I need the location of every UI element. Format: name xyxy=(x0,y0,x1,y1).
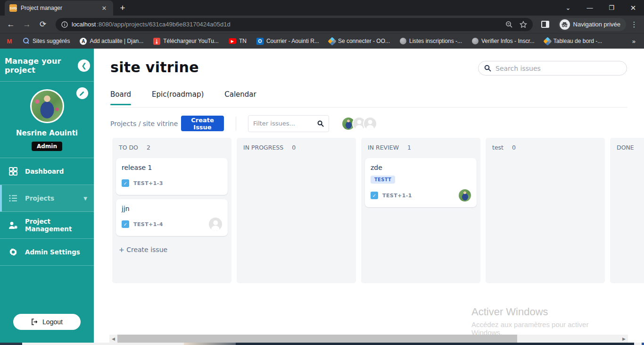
board-column-to-do: TO DO2release 1✓TEST+1-3jjn✓TEST+1-4+ Cr… xyxy=(112,138,231,283)
logout-button[interactable]: Logout xyxy=(13,314,81,330)
url-path: :8080/app/projects/631ca49b6e83170424a05… xyxy=(97,21,230,28)
scroll-right-arrow-icon[interactable]: ▶ xyxy=(620,335,628,343)
forward-button[interactable]: → xyxy=(20,17,34,32)
tab-close-icon[interactable]: ✕ xyxy=(100,4,108,12)
issue-card[interactable]: jjn✓TEST+1-4 xyxy=(116,199,228,236)
zoom-out-icon[interactable] xyxy=(505,21,513,28)
bookmark-item[interactable]: Listes inscriptions -... xyxy=(400,38,462,44)
user-name: Nesrine Aouinti xyxy=(0,129,94,137)
logout-label: Logout xyxy=(42,318,63,326)
search-b-icon xyxy=(23,38,30,44)
main-content: site vitrine Board Epic(roadmap) Calenda… xyxy=(94,49,644,343)
gear-icon xyxy=(8,248,18,256)
dashboard-icon xyxy=(8,167,18,176)
page-title: site vitrine xyxy=(110,59,199,76)
sidebar-item-projects[interactable]: Projects▼ xyxy=(0,185,94,212)
bookmark-item[interactable]: M xyxy=(6,37,13,45)
view-tabs: Board Epic(roadmap) Calendar xyxy=(110,90,256,105)
column-header: IN REVIEW1 xyxy=(361,138,480,157)
filter-issues-input[interactable] xyxy=(253,120,317,127)
bookmark-item[interactable]: Se connecter - OO... xyxy=(329,38,390,44)
bookmark-label: TN xyxy=(239,38,247,44)
new-tab-button[interactable]: + xyxy=(116,1,129,15)
favicon-icon: SVG xyxy=(9,4,17,12)
bookmark-star-icon[interactable] xyxy=(520,21,527,28)
window-restore-button[interactable]: ❐ xyxy=(601,0,622,16)
card-key-row: ✓TEST+1-3 xyxy=(122,177,222,190)
tab-search-chevron-icon[interactable]: ⌄ xyxy=(557,0,579,16)
filter-issues-box[interactable] xyxy=(248,115,329,132)
bookmark-item[interactable]: Tableau de bord -... xyxy=(545,38,602,44)
bookmark-item[interactable]: Verifier Infos - Inscr... xyxy=(472,38,535,44)
board-column-test: test0 xyxy=(486,138,605,283)
task-checkbox-icon: ✓ xyxy=(122,179,129,187)
bookmark-item[interactable]: AAdd actualite | Djan... xyxy=(80,38,143,45)
user-avatar xyxy=(30,89,64,123)
bookmarks-overflow-icon[interactable]: » xyxy=(632,38,638,45)
search-issues-box[interactable] xyxy=(478,61,627,76)
column-count: 0 xyxy=(512,144,516,151)
browser-menu-icon[interactable]: ⋮ xyxy=(628,20,640,29)
create-issue-button[interactable]: Create Issue xyxy=(181,116,224,131)
issue-card[interactable]: release 1✓TEST+1-3 xyxy=(116,158,228,195)
sidebar-item-admin-settings[interactable]: Admin Settings xyxy=(0,239,94,266)
scroll-left-arrow-icon[interactable]: ◀ xyxy=(109,335,117,343)
column-header: IN PROGRESS0 xyxy=(237,138,356,157)
youtube-icon: ▶ xyxy=(229,38,236,44)
sidebar: Manage your project ❮ Nesrine Aouinti Ad… xyxy=(0,49,94,343)
url-host: localhost xyxy=(72,21,96,28)
sidebar-item-project-management[interactable]: Project Management xyxy=(0,212,94,239)
back-button[interactable]: ← xyxy=(4,17,18,32)
sidebar-item-dashboard[interactable]: Dashboard xyxy=(0,158,94,185)
column-name: IN PROGRESS xyxy=(243,144,283,151)
outlook-icon: O xyxy=(256,38,264,45)
bookmark-label: Tableau de bord -... xyxy=(553,38,602,44)
bookmark-item[interactable]: OCourrier - Aouinti R... xyxy=(256,38,319,45)
column-count: 0 xyxy=(292,144,296,151)
tab-epic-roadmap[interactable]: Epic(roadmap) xyxy=(152,90,204,105)
sidebar-collapse-button[interactable]: ❮ xyxy=(78,59,90,72)
scrollbar-track[interactable] xyxy=(117,335,620,343)
site-info-icon[interactable] xyxy=(61,21,68,28)
chevron-down-icon: ▼ xyxy=(83,196,87,201)
horizontal-scrollbar[interactable]: ◀ ▶ xyxy=(109,335,628,343)
issue-card[interactable]: zdeTESTT✓TEST+1-1 xyxy=(365,158,477,207)
side-panel-icon[interactable] xyxy=(538,17,553,32)
board-column-done: DONE xyxy=(610,138,644,283)
bookmark-label: Listes inscriptions -... xyxy=(409,38,462,44)
member-avatar-placeholder[interactable] xyxy=(363,117,377,131)
card-title: release 1 xyxy=(122,164,222,171)
gmail-icon: M xyxy=(6,37,13,45)
projects-icon xyxy=(8,194,18,202)
incognito-icon xyxy=(560,19,570,30)
diamond-icon xyxy=(543,37,552,45)
scrollbar-thumb[interactable] xyxy=(117,335,517,343)
create-issue-link[interactable]: + Create issue xyxy=(112,240,231,259)
edit-profile-button[interactable] xyxy=(76,87,88,99)
tab-board[interactable]: Board xyxy=(110,90,131,105)
sidebar-menu: DashboardProjects▼Project ManagementAdmi… xyxy=(0,158,94,266)
column-name: DONE xyxy=(617,144,634,151)
card-key: TEST+1-3 xyxy=(133,180,163,186)
tab-calendar[interactable]: Calendar xyxy=(224,90,256,105)
reload-button[interactable]: ⟳ xyxy=(36,17,50,32)
window-close-button[interactable]: ✕ xyxy=(622,0,644,16)
window-minimize-button[interactable]: — xyxy=(579,0,601,16)
user-gear-icon xyxy=(8,221,18,229)
assignee-avatar[interactable] xyxy=(459,189,471,202)
bookmark-item[interactable]: Sites suggérés xyxy=(23,38,70,44)
browser-tab[interactable]: SVG Project manager ✕ xyxy=(5,0,113,16)
task-checkbox-icon: ✓ xyxy=(371,192,378,199)
app-brand: Manage your project xyxy=(5,57,78,75)
assignee-avatar-placeholder[interactable] xyxy=(209,218,222,231)
column-header: TO DO2 xyxy=(112,138,231,157)
diamond-icon xyxy=(328,37,336,45)
address-bar[interactable]: localhost:8080/app/projects/631ca49b6e83… xyxy=(56,18,533,31)
incognito-badge[interactable]: Navigation privée xyxy=(558,18,626,31)
bookmark-item[interactable]: ⭳Téléchargeur YouTu... xyxy=(153,38,219,45)
card-key-row: ✓TEST+1-4 xyxy=(122,218,222,231)
search-issues-input[interactable] xyxy=(495,65,621,72)
bookmark-item[interactable]: ▶TN xyxy=(229,38,247,44)
tab-title: Project manager xyxy=(21,5,96,11)
column-header: test0 xyxy=(486,138,605,157)
